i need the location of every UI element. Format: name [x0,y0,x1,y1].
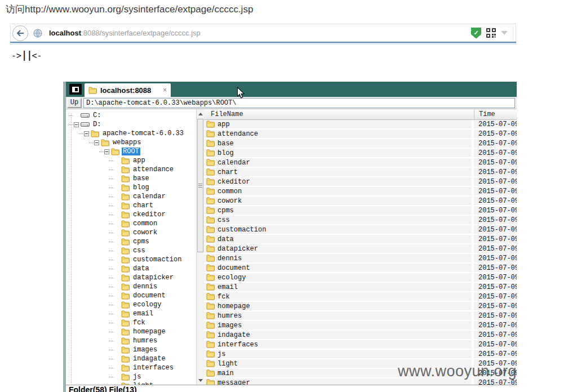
tree-item[interactable]: ecology [66,300,196,309]
tree-item[interactable]: fck [66,318,196,327]
file-time-cell: 2015-07-09 [474,283,517,292]
file-row[interactable]: homepage2015-07-09 [204,302,517,311]
tree-item[interactable]: datapicker [66,273,196,282]
folder-icon [206,216,215,224]
up-button[interactable]: Up [67,98,82,108]
tree-item[interactable]: common [66,219,196,228]
file-list-panel: FileName Time app2015-07-09attendance201… [204,109,517,385]
tab-localhost[interactable]: localhost:8088 × [85,83,171,97]
tree-item[interactable]: email [66,309,196,318]
tree-item[interactable]: webapps [66,138,196,147]
file-name: cpms [217,207,234,215]
file-row[interactable]: blog2015-07-09 [204,149,517,158]
tree-item[interactable]: D: [66,120,196,129]
file-time-cell: 2015-07-09 [474,350,517,359]
collapse-minus-icon[interactable] [74,122,79,127]
tree-item[interactable]: light [66,381,196,385]
scrollbar-thumb[interactable] [197,119,203,252]
tree-item[interactable]: blog [66,183,196,192]
dropdown-arrow-icon[interactable] [501,31,508,35]
file-row[interactable]: humres2015-07-09 [204,311,517,321]
file-row[interactable]: cpms2015-07-09 [204,206,517,216]
tab-close-icon[interactable]: × [163,87,167,93]
tree-guide [79,133,83,134]
tree-item-label: calendar [132,193,167,201]
tree-expander[interactable] [84,131,91,136]
file-row[interactable]: attendance2015-07-09 [204,130,517,139]
file-row[interactable]: app2015-07-09 [204,120,517,130]
collapse-minus-icon[interactable] [94,140,99,145]
url-text[interactable]: localhost:8088/sysinterface/extpage/cccc… [49,29,471,37]
scroll-up-icon[interactable] [197,110,204,118]
tree-item[interactable]: document [66,291,196,300]
file-row[interactable]: base2015-07-09 [204,139,517,149]
file-row[interactable]: images2015-07-09 [204,321,517,331]
tree-item[interactable]: indagate [66,354,196,363]
tree-item-label: homepage [132,328,167,336]
path-input[interactable]: D:\apache-tomcat-6.0.33\webapps\ROOT\ [83,98,515,108]
panel-toggle-icon[interactable] [69,84,82,95]
file-name-cell: chart [204,168,472,177]
column-filename[interactable]: FileName [204,109,474,119]
path-toolbar: Up D:\apache-tomcat-6.0.33\webapps\ROOT\ [66,97,517,109]
tree-item[interactable]: interfaces [66,363,196,372]
tree-expander[interactable] [94,140,101,145]
shield-check-icon[interactable]: ✓ [471,28,481,39]
file-row[interactable]: email2015-07-09 [204,283,517,292]
scroll-down-icon[interactable] [197,376,204,384]
tree-item[interactable]: calendar [66,192,196,201]
file-row[interactable]: cowork2015-07-09 [204,197,517,206]
column-time[interactable]: Time [474,109,517,119]
globe-icon [33,29,42,38]
tree-item[interactable]: css [66,246,196,255]
tree-item[interactable]: chart [66,201,196,210]
file-name-cell: blog [204,149,472,158]
tree-item[interactable]: dennis [66,282,196,291]
tree-item[interactable]: ROOT [66,147,196,156]
tree-item[interactable]: app [66,156,196,165]
file-row[interactable]: customaction2015-07-09 [204,225,517,235]
file-row[interactable]: data2015-07-09 [204,235,517,244]
tree-item[interactable]: cpms [66,237,196,246]
tree-item[interactable]: humres [66,336,196,345]
file-row[interactable]: common2015-07-09 [204,187,517,197]
tree-expander[interactable] [74,122,81,127]
tree-item[interactable]: js [66,372,196,381]
file-row[interactable]: ecology2015-07-09 [204,273,517,283]
window-titlebar[interactable]: localhost:8088 × [66,82,517,97]
tree-item[interactable]: apache-tomcat-6.0.33 [66,129,196,138]
file-row[interactable]: css2015-07-09 [204,216,517,225]
tree-item[interactable]: images [66,345,196,354]
tree-guide [109,314,114,314]
collapse-minus-icon[interactable] [84,131,89,136]
tree-item[interactable]: homepage [66,327,196,336]
file-row[interactable]: interfaces2015-07-09 [204,340,517,350]
qr-code-icon[interactable] [486,28,496,38]
folder-icon [206,322,215,329]
tree-expander[interactable] [104,149,111,154]
folder-icon [206,379,215,385]
tree-item-label: indagate [132,355,167,363]
tree-item[interactable]: customaction [66,255,196,264]
tree-item-label: chart [132,202,154,210]
tree-scrollbar[interactable] [196,109,204,385]
tree-item-label: customaction [132,256,183,264]
file-row[interactable]: chart2015-07-09 [204,168,517,177]
file-row[interactable]: document2015-07-09 [204,264,517,273]
tree-item[interactable]: ckeditor [66,210,196,219]
file-row[interactable]: js2015-07-09 [204,350,517,359]
tree-item[interactable]: data [66,264,196,273]
tree-item[interactable]: C: [66,111,196,120]
file-row[interactable]: datapicker2015-07-09 [204,244,517,254]
file-row[interactable]: dennis2015-07-09 [204,254,517,264]
tree-item[interactable]: attendance [66,165,196,174]
back-button[interactable] [12,25,28,41]
file-row[interactable]: ckeditor2015-07-09 [204,177,517,187]
browser-address-bar[interactable]: localhost:8088/sysinterface/extpage/cccc… [10,24,516,42]
collapse-minus-icon[interactable] [104,149,109,154]
tree-item[interactable]: base [66,174,196,183]
file-row[interactable]: indagate2015-07-09 [204,331,517,340]
file-row[interactable]: fck2015-07-09 [204,292,517,302]
file-row[interactable]: calendar2015-07-09 [204,158,517,168]
tree-item[interactable]: cowork [66,228,196,237]
